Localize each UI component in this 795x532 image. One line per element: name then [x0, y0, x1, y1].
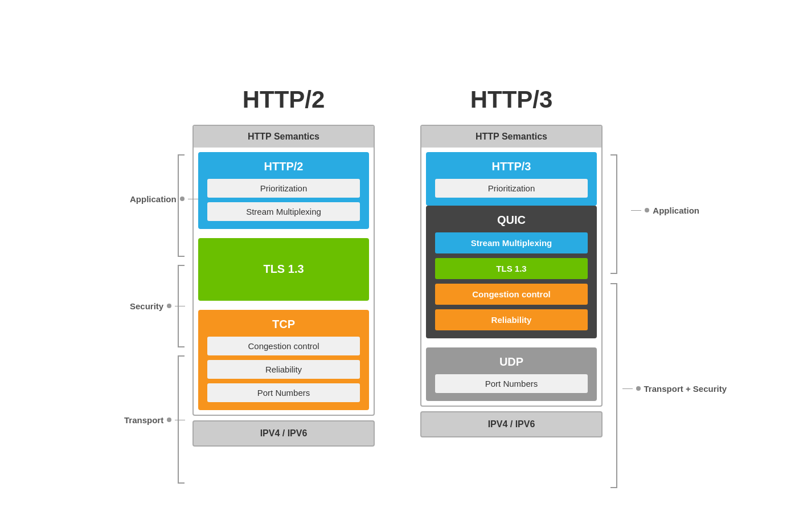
http2-ipv4: IPV4 / IPV6: [192, 420, 375, 447]
http2-tls-title: TLS 1.3: [263, 263, 304, 276]
http2-port-numbers: Port Numbers: [207, 383, 360, 402]
left-application-label: Application: [130, 194, 177, 204]
http3-ipv4: IPV4 / IPV6: [420, 411, 603, 437]
http3-stream-multiplexing: Stream Multiplexing: [435, 232, 588, 253]
http3-reliability: Reliability: [435, 309, 588, 330]
right-transport-security-label: Transport + Security: [644, 384, 727, 394]
http3-semantics: HTTP Semantics: [421, 126, 601, 148]
http3-udp-title: UDP: [435, 355, 588, 369]
http3-block-title: HTTP/3: [435, 160, 588, 173]
http3-congestion-control: Congestion control: [435, 284, 588, 305]
http3-tls: TLS 1.3: [435, 258, 588, 279]
http3-udp-block: UDP Port Numbers: [426, 347, 597, 401]
http2-block-title: HTTP/2: [207, 160, 360, 173]
http2-semantics: HTTP Semantics: [194, 126, 374, 148]
left-transport-label: Transport: [124, 415, 163, 425]
left-security-label: Security: [130, 301, 163, 311]
http2-stream-multiplexing: Stream Multiplexing: [207, 202, 360, 221]
http3-prioritization: Prioritization: [435, 179, 588, 198]
http2-tcp-title: TCP: [207, 318, 360, 331]
http2-stack: HTTP Semantics HTTP/2 Prioritization Str…: [192, 125, 375, 416]
http3-stack: HTTP Semantics HTTP/3 Prioritization QUI…: [420, 125, 603, 407]
http2-prioritization: Prioritization: [207, 179, 360, 198]
http3-block: HTTP/3 Prioritization: [426, 152, 597, 206]
http3-title: HTTP/3: [470, 86, 553, 113]
http3-port-numbers: Port Numbers: [435, 374, 588, 393]
http2-congestion-control: Congestion control: [207, 337, 360, 355]
http2-block: HTTP/2 Prioritization Stream Multiplexin…: [198, 152, 369, 229]
http2-title: HTTP/2: [243, 86, 325, 113]
http2-tls-block: TLS 1.3: [198, 238, 369, 301]
right-application-label: Application: [653, 206, 699, 215]
http2-reliability: Reliability: [207, 360, 360, 379]
http3-quic-title: QUIC: [435, 214, 588, 227]
http3-quic-block: QUIC Stream Multiplexing TLS 1.3 Congest…: [426, 206, 597, 338]
http2-tcp-block: TCP Congestion control Reliability Port …: [198, 310, 369, 410]
